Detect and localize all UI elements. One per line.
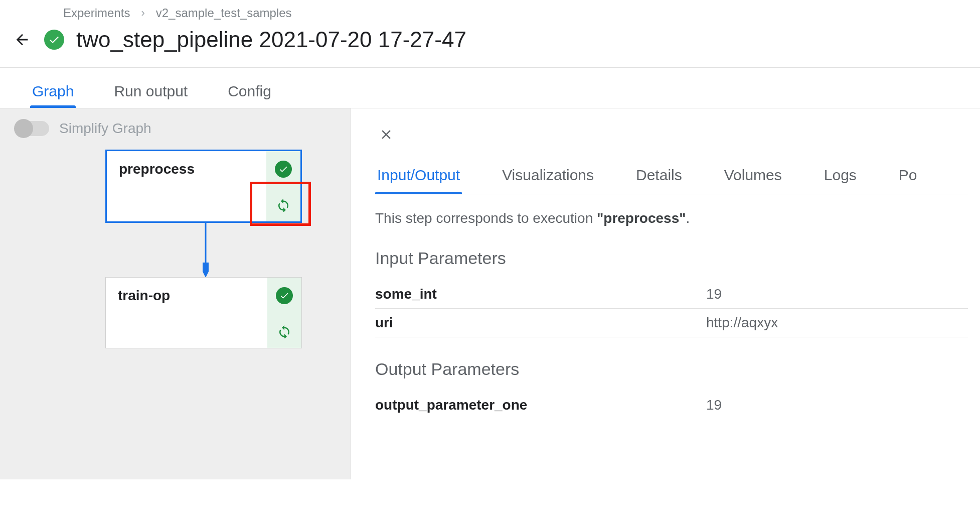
tab-pod[interactable]: Po [897, 162, 919, 194]
cached-icon [276, 197, 291, 212]
close-button[interactable] [375, 123, 397, 146]
arrow-left-icon [14, 31, 31, 48]
table-row: some_int 19 [375, 280, 968, 309]
chevron-right-icon: › [141, 7, 144, 20]
param-value: 19 [706, 397, 968, 413]
breadcrumb-item-samples[interactable]: v2_sample_test_samples [156, 6, 292, 20]
page-header: two_step_pipeline 2021-07-20 17-27-47 [0, 20, 980, 67]
toggle-knob [14, 119, 33, 138]
tab-config[interactable]: Config [228, 83, 271, 108]
output-params-header: Output Parameters [375, 359, 968, 379]
param-value: http://aqxyx [706, 315, 968, 331]
graph-node-preprocess[interactable]: preprocess [105, 150, 302, 223]
table-row: output_parameter_one 19 [375, 391, 968, 419]
graph-canvas[interactable]: preprocess [15, 150, 336, 411]
cached-icon [277, 323, 292, 338]
table-row: uri http://aqxyx [375, 309, 968, 337]
simplify-graph-toggle[interactable] [15, 121, 49, 136]
tab-visualizations[interactable]: Visualizations [500, 162, 596, 194]
success-icon [276, 287, 293, 304]
step-description: This step corresponds to execution "prep… [375, 210, 968, 226]
check-icon [48, 34, 60, 46]
detail-panel: Input/Output Visualizations Details Volu… [351, 108, 980, 479]
node-status-col [266, 151, 300, 187]
node-cached-col [266, 187, 300, 221]
back-button[interactable] [12, 30, 32, 50]
output-params-table: output_parameter_one 19 [375, 391, 968, 419]
graph-node-label: preprocess [107, 151, 266, 187]
run-status-success-icon [44, 30, 64, 50]
tab-graph[interactable]: Graph [32, 83, 74, 108]
param-value: 19 [706, 286, 968, 302]
graph-panel: Simplify Graph preprocess [0, 108, 351, 479]
simplify-graph-label: Simplify Graph [59, 120, 151, 137]
tab-input-output[interactable]: Input/Output [375, 162, 462, 194]
page-title: two_step_pipeline 2021-07-20 17-27-47 [76, 27, 466, 52]
node-cached-col [267, 314, 301, 348]
graph-node-label: train-op [106, 278, 267, 314]
input-params-header: Input Parameters [375, 248, 968, 268]
param-name: some_int [375, 286, 706, 302]
tab-logs[interactable]: Logs [822, 162, 859, 194]
tab-details[interactable]: Details [634, 162, 684, 194]
main-tabs: Graph Run output Config [0, 68, 980, 108]
graph-node-train-op[interactable]: train-op [105, 277, 302, 348]
param-name: uri [375, 315, 706, 331]
graph-edge [203, 222, 209, 277]
check-icon [278, 164, 288, 174]
node-status-col [267, 278, 301, 314]
close-icon [379, 127, 394, 142]
param-name: output_parameter_one [375, 397, 706, 413]
detail-tabs: Input/Output Visualizations Details Volu… [375, 162, 968, 194]
tab-run-output[interactable]: Run output [114, 83, 188, 108]
breadcrumb-item-experiments[interactable]: Experiments [63, 6, 130, 20]
breadcrumb: Experiments › v2_sample_test_samples [0, 0, 980, 20]
tab-volumes[interactable]: Volumes [722, 162, 784, 194]
check-icon [279, 291, 289, 301]
input-params-table: some_int 19 uri http://aqxyx [375, 280, 968, 337]
success-icon [275, 161, 292, 178]
